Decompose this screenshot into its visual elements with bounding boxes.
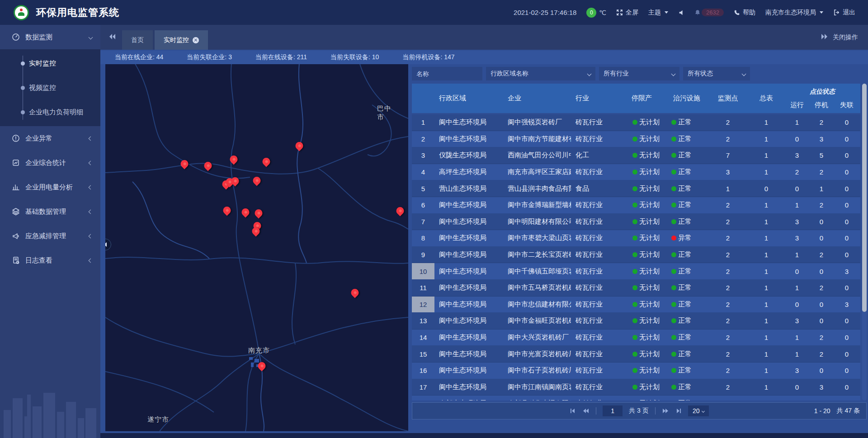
next-page-icon: [662, 408, 669, 414]
status-dot-green-icon: [671, 252, 676, 257]
page-number-input[interactable]: 1: [603, 405, 623, 416]
status-dot-red-icon: [671, 235, 676, 240]
tab-首页[interactable]: 首页: [122, 30, 153, 50]
cell-monitor: 2: [708, 379, 748, 396]
cell-facility-status: 正常: [666, 114, 708, 131]
cell-running: 0: [784, 131, 810, 147]
sidebar-subitem-视频监控[interactable]: 视频监控: [0, 75, 100, 100]
status-dot-green-icon: [671, 203, 676, 207]
alert-icon: [12, 134, 20, 142]
cell-running: 1: [784, 330, 810, 346]
cell-company: 阆中强锐页岩砖厂: [503, 114, 571, 131]
cell-monitor: 2: [708, 230, 748, 246]
industry-select[interactable]: 所有行业: [599, 67, 679, 80]
cell-stopped: 2: [810, 280, 833, 296]
notifications-button[interactable]: 2632: [694, 9, 724, 16]
table-row[interactable]: 6阆中生态环境局阆中市金博瑞新型墙材砖瓦行业无计划正常21120: [412, 197, 860, 214]
prev-page-button[interactable]: [582, 408, 590, 414]
sidebar-item-企业综合统计[interactable]: 企业综合统计: [0, 151, 100, 175]
filter-bar: 行政区域名称 所有行业 所有状态: [412, 67, 867, 80]
column-header-meter: 总表: [748, 84, 784, 113]
org-dropdown[interactable]: 南充市生态环境局: [765, 9, 823, 17]
table-row[interactable]: 9阆中生态环境局阆中市二龙长宝页岩砖砖瓦行业无计划正常21120: [412, 247, 860, 264]
column-group-point-status: 点位状态 运行 停机 失联: [784, 84, 860, 113]
region-select[interactable]: 行政区域名称: [486, 67, 595, 80]
stat-当前失联设备: 当前失联设备: 10: [330, 53, 379, 61]
caret-down-icon: [665, 11, 668, 14]
next-page-button[interactable]: [662, 408, 669, 414]
table-row[interactable]: 5营山生态环境局营山县润丰肉食品有限食品无计划正常10010: [412, 180, 860, 197]
table-row[interactable]: 14阆中生态环境局阆中大兴页岩机砖厂砖瓦行业无计划正常21120: [412, 330, 860, 346]
table-row[interactable]: 1阆中生态环境局阆中强锐页岩砖厂砖瓦行业无计划正常21120: [412, 114, 860, 131]
close-operations-button[interactable]: 关闭操作: [833, 33, 858, 42]
fullscreen-button[interactable]: 全屏: [616, 9, 638, 17]
scrollbar-thumb[interactable]: [862, 84, 867, 312]
help-button[interactable]: 帮助: [734, 9, 755, 17]
mute-button[interactable]: [678, 9, 684, 16]
table-row[interactable]: 15阆中生态环境局阆中市光富页岩机砖厂砖瓦行业无计划正常21120: [412, 346, 860, 363]
sidebar-item-应急减排管理[interactable]: 应急减排管理: [0, 224, 100, 248]
logout-button[interactable]: 退出: [833, 9, 855, 17]
tab-close-icon[interactable]: [193, 37, 199, 43]
table-row[interactable]: 16阆中生态环境局阆中市石子页岩机砖厂砖瓦行业无计划正常21300: [412, 363, 860, 379]
table-row[interactable]: 18南部生态环境局南部县科华水泥有限公建材行业无计划正常60060: [412, 396, 860, 400]
cell-industry: 砖瓦行业: [571, 114, 627, 131]
table-row[interactable]: 2阆中生态环境局阆中市南方节能建材有砖瓦行业无计划正常21030: [412, 131, 860, 148]
row-index: 5: [412, 180, 434, 197]
cell-lost: 0: [833, 114, 860, 131]
row-index: 10: [412, 263, 434, 279]
tabs-scroll-left-button[interactable]: [108, 33, 116, 42]
sidebar-item-企业异常[interactable]: 企业异常: [0, 126, 100, 151]
table-row[interactable]: 17阆中生态环境局阆中市江南镇阆南页岩砖瓦行业无计划正常21030: [412, 379, 860, 396]
first-page-button[interactable]: [570, 408, 576, 414]
column-header-index: [412, 84, 434, 113]
cell-lost: 0: [833, 280, 860, 296]
page-size-select[interactable]: 20: [688, 405, 709, 416]
cell-meter: 1: [748, 114, 784, 131]
cell-limit-status: 无计划: [627, 379, 666, 396]
sidebar-item-数据监测[interactable]: 数据监测: [0, 25, 100, 49]
cell-monitor: 1: [708, 180, 748, 197]
sidebar-item-label: 数据监测: [25, 33, 89, 42]
cell-stopped: 3: [810, 379, 833, 396]
table-row[interactable]: 4高坪生态环境局南充市高坪区王家店建砖瓦行业无计划正常31220: [412, 164, 860, 181]
theme-dropdown[interactable]: 主题: [648, 9, 668, 17]
map-panel[interactable]: 巴中市南充市遂宁市: [105, 64, 408, 431]
name-search-input[interactable]: [416, 70, 478, 77]
table-scrollbar[interactable]: [862, 84, 867, 400]
tabs-scroll-right-button[interactable]: [821, 33, 828, 41]
sidebar-item-企业用电量分析[interactable]: 企业用电量分析: [0, 175, 100, 199]
sidebar-subitem-实时监控[interactable]: 实时监控: [0, 51, 100, 75]
datetime: 2021-02-25 17:46:18: [514, 9, 576, 16]
sidebar-item-label: 应急减排管理: [25, 232, 89, 240]
sidebar-item-日志查看[interactable]: 日志查看: [0, 248, 100, 273]
cell-region: 阆中生态环境局: [434, 346, 503, 362]
last-page-button[interactable]: [675, 408, 682, 414]
cell-meter: 0: [748, 180, 784, 197]
cell-stopped: 0: [810, 313, 833, 329]
sidebar-subitem-企业电力负荷明细[interactable]: 企业电力负荷明细: [0, 100, 100, 124]
table-row[interactable]: 3仪陇生态环境局西南油气田分公司川中化工无计划正常71350: [412, 147, 860, 164]
cell-region: 营山生态环境局: [434, 180, 503, 197]
table-row[interactable]: 12阆中生态环境局阆中市忠信建材有限公砖瓦行业无计划正常21003: [412, 297, 860, 313]
table-row[interactable]: 10阆中生态环境局阆中千佛镇五郎垭页岩砖瓦行业无计划正常21003: [412, 263, 860, 280]
table-row[interactable]: 7阆中生态环境局阆中明阳建材有限公司砖瓦行业无计划正常21300: [412, 214, 860, 231]
row-index: 11: [412, 280, 434, 296]
cell-company: 阆中千佛镇五郎垭页岩: [503, 263, 571, 279]
range-label: 1 - 20: [814, 407, 830, 414]
cell-monitor: 2: [708, 280, 748, 296]
sidebar-item-基础数据管理[interactable]: 基础数据管理: [0, 199, 100, 224]
cell-facility-status: 正常: [666, 164, 708, 180]
chevron-left-icon: [105, 242, 107, 247]
table-row[interactable]: 13阆中生态环境局阆中市金福旺页岩机砖砖瓦行业无计划正常21300: [412, 313, 860, 330]
double-chevron-right-icon: [821, 33, 828, 40]
cell-running: 0: [784, 297, 810, 313]
cell-running: 3: [784, 313, 810, 329]
table-row[interactable]: 8阆中生态环境局阆中市枣碧大梁山页岩砖瓦行业无计划异常21300: [412, 230, 860, 247]
tab-实时监控[interactable]: 实时监控: [155, 30, 208, 50]
table-row[interactable]: 11阆中生态环境局阆中市五马桥页岩机砖砖瓦行业无计划正常21120: [412, 280, 860, 297]
status-select[interactable]: 所有状态: [683, 67, 750, 80]
bell-icon: [694, 9, 701, 16]
cell-running: 3: [784, 230, 810, 246]
status-dot-green-icon: [671, 385, 676, 390]
